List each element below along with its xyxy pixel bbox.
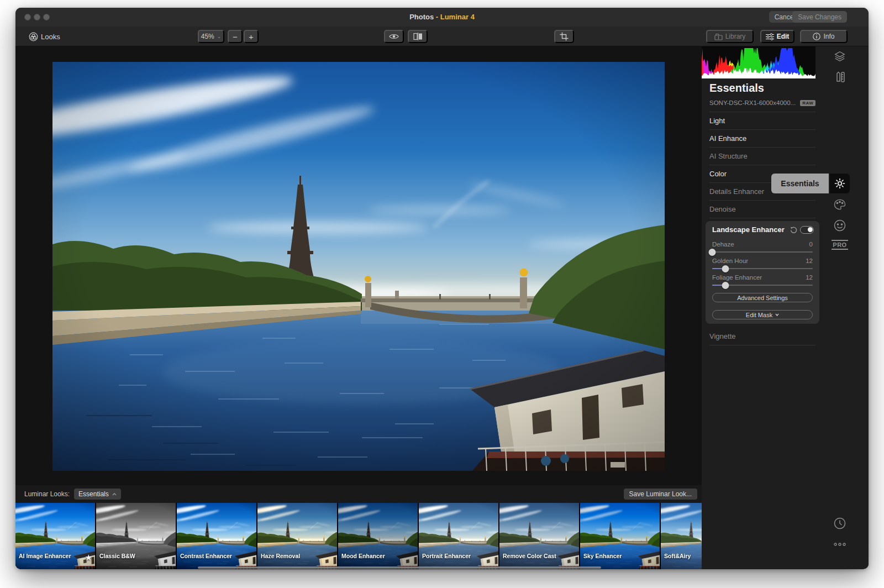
look-label: Haze Removal <box>261 553 300 559</box>
close-window-button[interactable] <box>24 14 31 20</box>
crop-icon <box>560 32 569 41</box>
tab-library[interactable]: Library <box>706 30 754 43</box>
looks-category-dropdown[interactable]: Essentials <box>74 489 121 500</box>
looks-button[interactable]: Looks <box>27 30 62 43</box>
zoom-in-button[interactable]: + <box>244 30 259 43</box>
look-label: AI Image Enhancer <box>19 553 71 559</box>
advanced-settings-button[interactable]: Advanced Settings <box>712 293 813 302</box>
chevron-down-icon <box>775 313 779 316</box>
looks-thumbnail-strip: AI Image Enhancer ★ Classic B&W Contrast… <box>15 503 702 569</box>
look-preview <box>257 503 337 569</box>
reset-icon[interactable] <box>790 226 797 236</box>
look-label: Mood Enhancer <box>341 553 385 559</box>
edit-mask-button[interactable]: Edit Mask <box>712 310 813 319</box>
look-label: Sky Enhancer <box>583 553 622 559</box>
adjustments-icon <box>766 33 774 40</box>
histogram[interactable] <box>702 46 815 78</box>
look-preview <box>580 503 660 569</box>
horizontal-scrollbar[interactable] <box>198 566 601 569</box>
layers-icon[interactable] <box>833 50 846 63</box>
look-thumbnail-ai-image-enhancer[interactable]: AI Image Enhancer ★ <box>15 503 95 569</box>
photo-canvas[interactable] <box>52 62 665 471</box>
look-thumbnail-remove-color-cast[interactable]: Remove Color Cast <box>499 503 579 569</box>
look-preview <box>15 503 95 569</box>
dehaze-slider[interactable] <box>712 251 813 253</box>
more-options-icon[interactable] <box>833 538 846 551</box>
section-vignette[interactable]: Vignette <box>709 327 815 345</box>
slider-thumb[interactable] <box>722 282 729 289</box>
landscape-enhancer-title: Landscape Enhancer <box>712 225 785 234</box>
crop-button[interactable] <box>554 30 574 43</box>
golden-hour-slider[interactable] <box>712 268 813 269</box>
essentials-tool-button[interactable] <box>830 174 850 193</box>
window-title: Photos - Luminar 4 <box>409 8 475 27</box>
filename-label: SONY-DSC-RX1-6000x4000... <box>709 99 796 106</box>
golden-hour-label: Golden Hour <box>712 258 748 264</box>
minimize-window-button[interactable] <box>34 14 40 20</box>
eye-icon <box>389 33 399 40</box>
landscape-enhancer-panel: Landscape Enhancer Dehaze 0 Golden Hour … <box>706 221 819 324</box>
filter-toggle[interactable] <box>800 226 814 234</box>
slider-thumb[interactable] <box>722 265 729 272</box>
quick-preview-button[interactable] <box>384 30 404 43</box>
look-label: Soft&Airy <box>664 553 691 559</box>
luminar-window: Photos - Luminar 4 Cancel Save Changes L… <box>15 8 869 569</box>
look-label: Classic B&W <box>99 553 135 559</box>
info-icon <box>813 33 820 40</box>
look-thumbnail-portrait-enhancer[interactable]: Portrait Enhancer <box>419 503 498 569</box>
tab-info[interactable]: Info <box>800 30 848 43</box>
star-icon[interactable]: ★ <box>85 553 92 563</box>
history-icon[interactable] <box>833 517 846 530</box>
foliage-enhancer-slider[interactable] <box>712 285 813 286</box>
look-thumbnail-haze-removal[interactable]: Haze Removal <box>257 503 337 569</box>
dehaze-label: Dehaze <box>712 241 734 248</box>
look-thumbnail-soft-airy[interactable]: Soft&Airy <box>661 503 702 569</box>
library-icon <box>714 33 723 40</box>
section-ai-structure[interactable]: AI Structure <box>709 148 815 165</box>
foliage-enhancer-value: 12 <box>806 274 813 281</box>
zoom-window-button[interactable] <box>43 14 50 20</box>
creative-tools-icon[interactable] <box>833 198 846 211</box>
sun-icon <box>834 178 845 189</box>
toggle-knob <box>808 227 813 232</box>
photo-image <box>52 62 665 471</box>
look-label: Portrait Enhancer <box>422 553 471 559</box>
chevron-down-icon: ⌄ <box>217 34 222 39</box>
title-bar: Photos - Luminar 4 Cancel Save Changes <box>15 8 869 27</box>
look-label: Contrast Enhancer <box>180 553 232 559</box>
look-preview <box>419 503 498 569</box>
pro-tools-label[interactable]: PRO <box>832 240 848 250</box>
zoom-level-dropdown[interactable]: 45%⌄ <box>198 30 224 43</box>
zoom-out-button[interactable]: − <box>228 30 243 43</box>
look-preview <box>499 503 579 569</box>
look-thumbnail-sky-enhancer[interactable]: Sky Enhancer <box>580 503 660 569</box>
look-preview <box>177 503 256 569</box>
luminar-looks-bar: Luminar Looks: Essentials Save Luminar L… <box>15 485 702 503</box>
portrait-tools-icon[interactable] <box>833 219 846 232</box>
luminar-looks-label: Luminar Looks: <box>24 490 70 498</box>
golden-hour-value: 12 <box>806 258 813 264</box>
section-light[interactable]: Light <box>709 112 815 130</box>
looks-icon <box>29 32 38 41</box>
look-thumbnail-classic-bw[interactable]: Classic B&W <box>96 503 176 569</box>
tab-edit[interactable]: Edit <box>760 30 794 43</box>
chevron-up-icon <box>112 493 117 496</box>
section-ai-enhance[interactable]: AI Enhance <box>709 130 815 148</box>
raw-badge: RAW <box>800 100 815 106</box>
canvas-background <box>15 46 702 485</box>
look-thumbnail-mood-enhancer[interactable]: Mood Enhancer <box>338 503 418 569</box>
panel-title: Essentials <box>709 82 764 95</box>
save-luminar-look-button[interactable]: Save Luminar Look... <box>624 489 697 500</box>
slider-thumb[interactable] <box>709 249 716 256</box>
canvas-tools-icon[interactable] <box>833 71 846 84</box>
dehaze-value: 0 <box>809 241 813 248</box>
compare-button[interactable] <box>408 30 428 43</box>
section-denoise[interactable]: Denoise <box>709 201 815 218</box>
look-label: Remove Color Cast <box>503 553 556 559</box>
edit-side-panel: Essentials SONY-DSC-RX1-6000x4000... RAW… <box>702 46 869 569</box>
look-thumbnail-contrast-enhancer[interactable]: Contrast Enhancer <box>177 503 256 569</box>
zoom-in-icon: + <box>249 32 254 41</box>
foliage-enhancer-label: Foliage Enhancer <box>712 274 762 281</box>
save-changes-button[interactable]: Save Changes <box>792 11 847 23</box>
look-preview <box>338 503 418 569</box>
